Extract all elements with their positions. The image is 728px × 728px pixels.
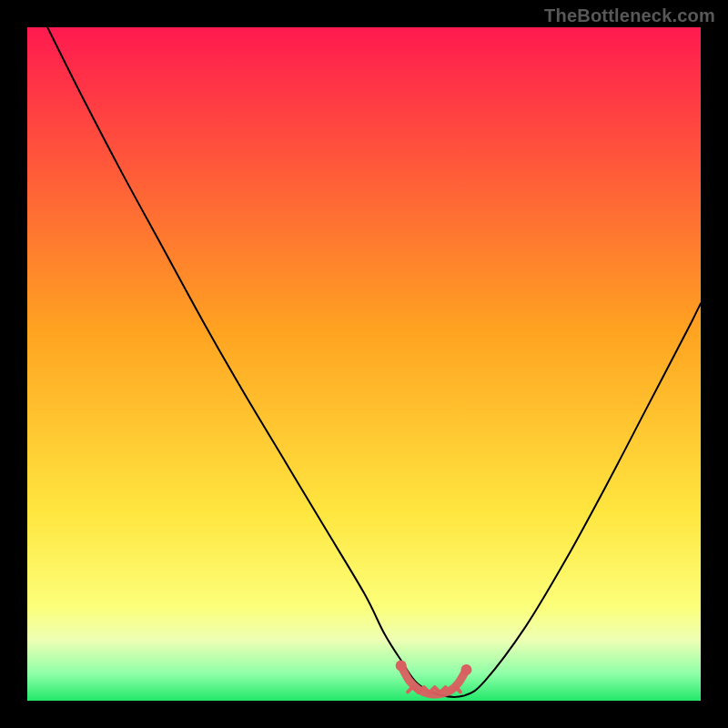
plot-area [27, 27, 701, 701]
gradient-background [27, 27, 701, 701]
low-region-dot-left [396, 661, 407, 672]
watermark-text: TheBottleneck.com [544, 5, 715, 26]
low-region-dot-right [460, 664, 471, 675]
chart-container: TheBottleneck.com [0, 0, 728, 728]
plot-svg [27, 27, 701, 701]
